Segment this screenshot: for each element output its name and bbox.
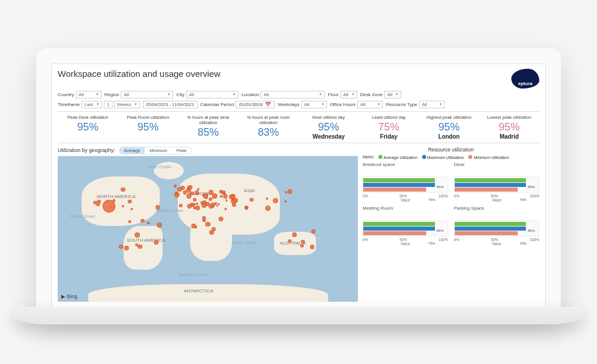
map-marker[interactable] bbox=[300, 244, 304, 248]
ocean-label-atlantic: Atlantic Ocean bbox=[157, 208, 184, 213]
map-label-sa: SOUTH AMERICA bbox=[127, 238, 165, 243]
filter-row-2: Timeframe Last▾ 1 Weeks▾ 05/04/2023 - 11… bbox=[58, 101, 539, 108]
map-label-as: ASIA bbox=[244, 188, 254, 193]
map-marker[interactable] bbox=[135, 232, 140, 238]
map-marker[interactable] bbox=[135, 243, 138, 246]
timeframe-unit[interactable]: Weeks▾ bbox=[114, 101, 140, 108]
laptop-frame: Workspace utilization and usage overview… bbox=[36, 48, 561, 316]
map-marker[interactable] bbox=[193, 198, 196, 202]
kpi-card: Lowest peak utilization95%Madrid bbox=[479, 115, 539, 140]
map-marker[interactable] bbox=[177, 187, 182, 192]
map-marker[interactable] bbox=[212, 206, 214, 208]
map-marker[interactable] bbox=[232, 203, 236, 207]
kpi-card: Peak Desk utilization95% bbox=[58, 115, 118, 140]
map-marker[interactable] bbox=[285, 191, 287, 193]
resource-cell: Desk 85% 75% 0%50%100% Value bbox=[454, 162, 539, 202]
map-marker[interactable] bbox=[119, 245, 123, 249]
location-select[interactable]: All▾ bbox=[261, 91, 325, 98]
chevron-down-icon: ▾ bbox=[168, 92, 170, 97]
map-marker[interactable] bbox=[209, 190, 213, 195]
deskzone-label: Desk Zone bbox=[360, 92, 383, 97]
map-marker[interactable] bbox=[195, 190, 199, 195]
map-marker[interactable] bbox=[103, 200, 115, 213]
timeframe-count[interactable]: 1 bbox=[104, 101, 112, 108]
map-marker[interactable] bbox=[219, 217, 223, 221]
world-map[interactable]: NORTH AMERICA SOUTH AMERICA EUROPE ASIA … bbox=[58, 156, 358, 302]
deskzone-select[interactable]: All▾ bbox=[384, 91, 401, 98]
weekdays-select[interactable]: All▾ bbox=[301, 101, 327, 108]
map-marker[interactable] bbox=[310, 245, 314, 249]
kpi-card: Peak Room utilization95% bbox=[118, 115, 178, 140]
map-marker[interactable] bbox=[121, 188, 125, 192]
map-marker[interactable] bbox=[311, 229, 315, 234]
chevron-down-icon: ▾ bbox=[97, 102, 99, 107]
map-marker[interactable] bbox=[147, 222, 149, 224]
map-marker[interactable] bbox=[217, 203, 220, 206]
map-marker[interactable] bbox=[131, 208, 133, 210]
weekdays-label: Weekdays bbox=[278, 102, 299, 107]
map-marker[interactable] bbox=[285, 200, 287, 203]
resource-bars: 85% 75% bbox=[454, 176, 539, 193]
city-select[interactable]: All▾ bbox=[186, 91, 238, 98]
map-marker[interactable] bbox=[179, 204, 182, 207]
chevron-down-icon: ▾ bbox=[352, 92, 354, 97]
map-marker[interactable] bbox=[188, 185, 192, 189]
kpi-card: % hours at peak desk utilization85% bbox=[178, 115, 238, 140]
resource-bars: 85% 75% bbox=[363, 176, 448, 193]
map-marker[interactable] bbox=[206, 197, 208, 199]
map-marker[interactable] bbox=[288, 239, 292, 243]
map-marker[interactable] bbox=[174, 192, 180, 197]
calendar-icon: 📅 bbox=[265, 102, 271, 107]
country-select[interactable]: All▾ bbox=[76, 91, 101, 98]
floor-select[interactable]: All▾ bbox=[340, 91, 357, 98]
officehours-select[interactable]: All▾ bbox=[357, 101, 383, 108]
page-title: Workspace utilization and usage overview bbox=[58, 69, 220, 79]
map-marker[interactable] bbox=[265, 206, 271, 211]
map-marker[interactable] bbox=[157, 222, 162, 228]
ocean-label-indian: Indian Ocean bbox=[232, 241, 257, 245]
geo-pill-average[interactable]: Average bbox=[120, 147, 145, 154]
map-marker[interactable] bbox=[250, 198, 254, 202]
ocean-label-arctic: Arctic Ocean bbox=[148, 165, 171, 169]
date-range-display: 05/04/2023 - 11/04/2023 bbox=[143, 101, 198, 108]
map-marker[interactable] bbox=[202, 194, 205, 196]
map-marker[interactable] bbox=[231, 199, 233, 200]
resource-cell: Breakout space 85% 75% 0%50%100% Value bbox=[363, 162, 448, 202]
map-marker[interactable] bbox=[201, 201, 205, 205]
map-marker[interactable] bbox=[226, 199, 227, 201]
map-marker[interactable] bbox=[138, 245, 142, 249]
ocean-label-pacific: Pacific Ocean bbox=[70, 214, 95, 218]
floor-label: Floor bbox=[328, 92, 338, 97]
map-marker[interactable] bbox=[124, 246, 129, 250]
resourcetype-select[interactable]: All▾ bbox=[419, 101, 445, 108]
legend-label: Metric bbox=[363, 155, 374, 159]
officehours-label: Office Hours bbox=[330, 102, 356, 107]
map-marker[interactable] bbox=[183, 190, 187, 194]
chevron-down-icon: ▾ bbox=[135, 102, 137, 107]
map-marker[interactable] bbox=[273, 198, 278, 203]
map-marker[interactable] bbox=[194, 203, 196, 205]
ocean-label-southern: Southern Ocean bbox=[178, 273, 208, 277]
dashboard-screen: Workspace utilization and usage overview… bbox=[51, 63, 546, 308]
map-marker[interactable] bbox=[223, 194, 228, 199]
map-marker[interactable] bbox=[154, 240, 159, 245]
map-marker[interactable] bbox=[229, 195, 234, 199]
brand-logo: eptura bbox=[511, 69, 539, 89]
map-marker[interactable] bbox=[301, 240, 304, 243]
map-marker[interactable] bbox=[288, 189, 292, 193]
timeframe-select[interactable]: Last▾ bbox=[82, 101, 102, 108]
map-marker[interactable] bbox=[174, 185, 176, 188]
kpi-card: Least utilized day75%Friday bbox=[359, 115, 419, 140]
calendar-input[interactable]: 01/01/2018📅 bbox=[236, 101, 275, 108]
map-marker[interactable] bbox=[209, 230, 213, 234]
map-marker[interactable] bbox=[141, 219, 144, 222]
map-marker[interactable] bbox=[197, 188, 199, 190]
region-select[interactable]: All▾ bbox=[121, 91, 173, 98]
geo-pill-peak[interactable]: Peak bbox=[172, 147, 191, 154]
chevron-down-icon: ▾ bbox=[96, 92, 99, 97]
map-marker[interactable] bbox=[220, 195, 222, 197]
chevron-down-icon: ▾ bbox=[440, 102, 442, 107]
resource-bars: 85% 75% bbox=[363, 220, 448, 236]
chevron-down-icon: ▾ bbox=[319, 92, 322, 97]
geo-pill-minimum[interactable]: Minimum bbox=[145, 147, 171, 154]
